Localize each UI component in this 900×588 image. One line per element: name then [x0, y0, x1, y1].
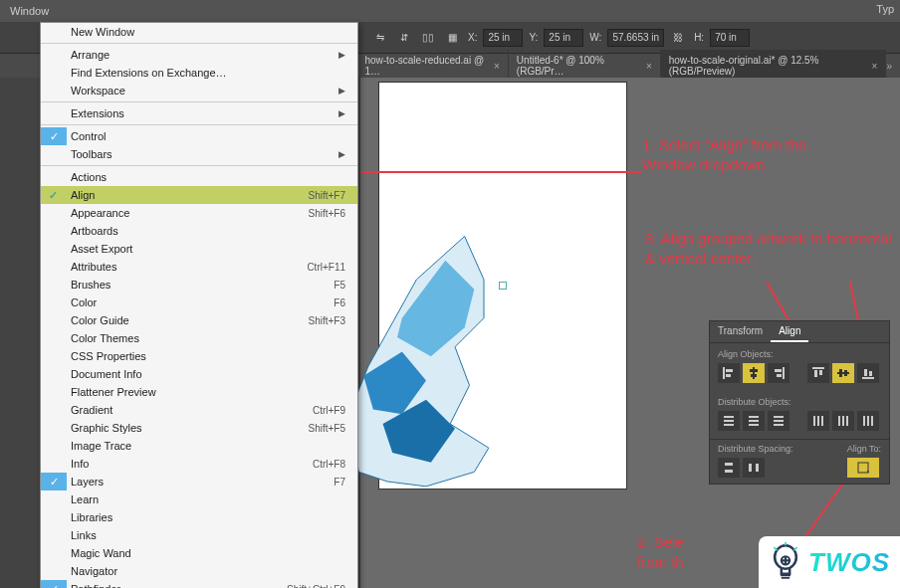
menu-item[interactable]: Learn [41, 490, 357, 508]
svg-rect-5 [751, 374, 757, 377]
dist-bottom-button[interactable] [768, 411, 789, 431]
align-panel[interactable]: Transform Align Align Objects: Distribut… [709, 320, 890, 485]
menu-item[interactable]: ColorF6 [41, 294, 357, 311]
menu-item-label: Graphic Styles [71, 422, 142, 434]
svg-rect-39 [756, 464, 759, 472]
menu-item[interactable]: Flattener Preview [41, 383, 357, 401]
menu-item[interactable]: ✓Control [41, 127, 357, 145]
menu-item[interactable]: Arrange▶ [41, 46, 357, 64]
align-hcenter-button[interactable] [743, 363, 765, 383]
svg-rect-25 [774, 420, 784, 422]
checkmark-icon: ✓ [49, 189, 58, 202]
menu-item-label: Image Trace [71, 440, 131, 452]
menu-item-label: Toolbars [71, 148, 112, 160]
menu-item[interactable]: BrushesF5 [41, 276, 357, 294]
window-menu-dropdown[interactable]: New WindowArrange▶Find Extensions on Exc… [40, 22, 358, 588]
submenu-arrow-icon: ▶ [338, 50, 345, 60]
map-artwork[interactable] [339, 222, 628, 510]
menu-item[interactable]: GradientCtrl+F9 [41, 401, 357, 419]
link-wh-icon[interactable]: ⛓ [668, 28, 688, 48]
tab-transform[interactable]: Transform [710, 321, 771, 342]
align-bottom-button[interactable] [857, 363, 879, 383]
svg-rect-19 [724, 420, 734, 422]
dist-hcenter-button[interactable] [832, 411, 854, 431]
y-field[interactable]: 25 in [544, 29, 583, 47]
menu-shortcut: Shift+F7 [308, 190, 345, 201]
menu-item[interactable]: Navigator [41, 562, 357, 580]
menu-item[interactable]: Color GuideShift+F3 [41, 311, 357, 329]
menu-item[interactable]: Libraries [41, 508, 357, 526]
h-field[interactable]: 70 in [710, 29, 750, 47]
menu-item[interactable]: AppearanceShift+F6 [41, 204, 357, 222]
menu-item[interactable]: ✓LayersF7 [41, 473, 357, 490]
menu-item[interactable]: Actions [41, 168, 357, 186]
submenu-arrow-icon: ▶ [338, 108, 345, 118]
dist-right-button[interactable] [857, 411, 879, 431]
svg-rect-34 [867, 416, 869, 426]
tabs-overflow-icon[interactable]: » [886, 61, 892, 72]
menu-window[interactable]: Window [0, 1, 59, 21]
menu-item[interactable]: Artboards [41, 222, 357, 240]
x-field[interactable]: 25 in [483, 29, 523, 47]
menu-item[interactable]: AttributesCtrl+F11 [41, 258, 357, 276]
menu-item[interactable]: Image Trace [41, 437, 357, 455]
menu-shortcut: F6 [334, 297, 345, 308]
svg-rect-35 [871, 416, 873, 426]
menu-item-label: Align [71, 189, 95, 201]
menu-item[interactable]: Workspace▶ [41, 82, 357, 102]
menu-item-label: Color Guide [71, 314, 129, 326]
svg-rect-28 [817, 416, 819, 426]
menu-item[interactable]: ✓PathfinderShift+Ctrl+F9 [41, 580, 357, 588]
align-group-icon[interactable]: ▯▯ [418, 28, 438, 48]
dist-space-v-button[interactable] [718, 458, 740, 478]
close-icon[interactable]: × [646, 61, 652, 72]
close-icon[interactable]: × [494, 61, 500, 72]
artboard[interactable] [378, 82, 627, 490]
menu-item[interactable]: Links [41, 526, 357, 544]
svg-rect-38 [749, 464, 752, 472]
align-left-button[interactable] [718, 363, 740, 383]
menu-item[interactable]: CSS Properties [41, 347, 357, 365]
align-to-dropdown[interactable] [847, 458, 879, 478]
menu-item[interactable]: Toolbars▶ [41, 145, 357, 166]
menu-item-label: Actions [71, 171, 107, 183]
menu-shortcut: Ctrl+F8 [313, 459, 345, 470]
menu-item-label: Arrange [71, 49, 110, 61]
menu-item-label: Brushes [71, 279, 111, 291]
menu-item[interactable]: Color Themes [41, 329, 357, 347]
dist-vcenter-button[interactable] [743, 411, 765, 431]
menu-item[interactable]: Document Info [41, 365, 357, 383]
svg-rect-0 [723, 367, 725, 379]
menu-shortcut: Ctrl+F9 [313, 405, 345, 416]
svg-rect-2 [726, 374, 731, 377]
close-icon[interactable]: × [872, 61, 878, 72]
menu-item[interactable]: Asset Export [41, 240, 357, 258]
dist-left-button[interactable] [807, 411, 829, 431]
menu-item-label: Document Info [71, 368, 142, 380]
w-field[interactable]: 57.6653 in [607, 29, 664, 47]
dist-top-button[interactable] [718, 411, 740, 431]
menu-item[interactable]: InfoCtrl+F8 [41, 455, 357, 473]
menu-item[interactable]: New Window [41, 23, 357, 44]
menu-shortcut: Shift+F5 [308, 423, 345, 434]
dist-space-h-button[interactable] [743, 458, 765, 478]
tab-align[interactable]: Align [771, 321, 808, 342]
flip-v-icon[interactable]: ⇵ [394, 28, 414, 48]
anchor-icon[interactable]: ▦ [442, 28, 462, 48]
align-right-button[interactable] [768, 363, 789, 383]
svg-rect-10 [814, 370, 817, 377]
align-to-label: Align To: [847, 444, 881, 454]
checkmark-icon: ✓ [41, 580, 67, 588]
flip-h-icon[interactable]: ⇋ [370, 28, 390, 48]
menu-item[interactable]: Graphic StylesShift+F5 [41, 419, 357, 437]
menu-item[interactable]: Magic Wand [41, 544, 357, 562]
menu-shortcut: Shift+F6 [308, 208, 345, 219]
align-vcenter-button[interactable] [832, 363, 854, 383]
svg-rect-17 [869, 371, 872, 376]
align-top-button[interactable] [807, 363, 829, 383]
svg-rect-8 [777, 374, 782, 377]
menu-item[interactable]: Find Extensions on Exchange… [41, 64, 357, 82]
menu-item-label: Color Themes [71, 332, 139, 344]
menu-item[interactable]: ✓AlignShift+F7 [41, 186, 357, 204]
menu-item[interactable]: Extensions▶ [41, 104, 357, 125]
